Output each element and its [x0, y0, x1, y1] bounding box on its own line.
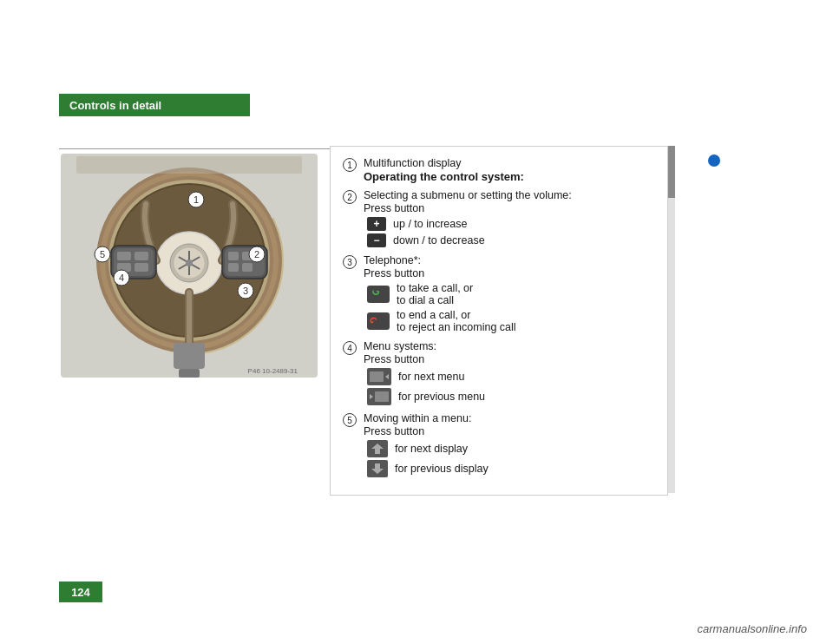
circle-3: 3 — [343, 255, 357, 269]
phone-call-icon — [367, 286, 390, 303]
svg-rect-45 — [375, 391, 389, 402]
minus-icon-text: down / to decrease — [393, 234, 485, 246]
section-5: 5 Moving within a menu: Press button for… — [343, 412, 655, 480]
svg-rect-42 — [370, 371, 384, 382]
svg-rect-27 — [76, 156, 302, 174]
watermark: carmanualsonline.info — [698, 622, 807, 635]
item-2-icon-plus: + up / to increase — [367, 217, 655, 231]
item-1-label: Multifunction display — [364, 157, 655, 169]
prev-display-text: for previous display — [395, 463, 489, 475]
phone-end-icon — [367, 312, 390, 330]
section-header: Controls in detail — [59, 94, 250, 116]
circle-4: 4 — [343, 341, 357, 355]
header-title: Controls in detail — [69, 99, 161, 112]
circle-1: 1 — [343, 158, 357, 172]
section-2: 2 Selecting a submenu or setting the vol… — [343, 189, 655, 250]
steering-wheel-image: 1 2 3 4 5 P46 10-2489-31 — [59, 152, 319, 386]
item-3-icon-end: to end a call, orto reject an incoming c… — [367, 309, 655, 333]
section-1: 1 Multifunction display Operating the co… — [343, 157, 655, 185]
item-2-icon-minus: − down / to decrease — [367, 233, 655, 247]
scrollbar[interactable] — [668, 146, 675, 493]
minus-button-icon: − — [367, 233, 386, 247]
item-4-label: Menu systems: — [364, 340, 655, 352]
plus-button-icon: + — [367, 217, 386, 231]
next-menu-icon — [367, 368, 391, 385]
next-display-text: for next display — [395, 443, 468, 455]
section-5-content: Moving within a menu: Press button for n… — [364, 412, 655, 480]
item-4-icon-next: for next menu — [367, 368, 655, 385]
section-2-content: Selecting a submenu or setting the volum… — [364, 189, 655, 250]
item-3-press: Press button — [364, 267, 655, 279]
next-menu-text: for next menu — [398, 371, 464, 383]
item-5-press: Press button — [364, 425, 655, 437]
watermark-text: carmanualsonline.info — [698, 622, 807, 635]
svg-rect-18 — [134, 263, 148, 272]
section-3: 3 Telephone*: Press button to take a cal… — [343, 254, 655, 336]
prev-menu-text: for previous menu — [398, 391, 485, 403]
end-icon-text: to end a call, orto reject an incoming c… — [397, 309, 516, 333]
svg-rect-26 — [179, 369, 200, 378]
blue-dot-indicator — [708, 154, 720, 167]
item-5-icon-next: for next display — [367, 440, 655, 457]
item-3-icon-call: to take a call, orto dial a call — [367, 282, 655, 306]
scroll-thumb[interactable] — [668, 146, 675, 198]
svg-rect-24 — [242, 263, 253, 272]
next-display-icon — [367, 440, 388, 457]
item-5-icon-prev: for previous display — [367, 460, 655, 477]
svg-rect-23 — [228, 263, 239, 272]
svg-text:4: 4 — [119, 273, 124, 283]
svg-rect-16 — [134, 252, 148, 260]
item-2-press: Press button — [364, 202, 655, 214]
item-3-label: Telephone*: — [364, 254, 655, 266]
item-5-label: Moving within a menu: — [364, 412, 655, 424]
section-1-content: Multifunction display Operating the cont… — [364, 157, 655, 185]
item-4-press: Press button — [364, 353, 655, 365]
item-2-label: Selecting a submenu or setting the volum… — [364, 189, 655, 201]
svg-text:1: 1 — [193, 194, 199, 205]
item-4-icon-prev: for previous menu — [367, 388, 655, 405]
content-panel: 1 Multifunction display Operating the co… — [330, 146, 668, 496]
circle-5: 5 — [343, 413, 357, 427]
section-4: 4 Menu systems: Press button for next me… — [343, 340, 655, 408]
page-number-text: 124 — [71, 586, 90, 599]
svg-text:5: 5 — [100, 249, 105, 260]
svg-rect-25 — [174, 343, 205, 369]
svg-text:2: 2 — [254, 249, 259, 260]
svg-text:3: 3 — [243, 286, 248, 296]
section-3-content: Telephone*: Press button to take a call,… — [364, 254, 655, 336]
section-4-content: Menu systems: Press button for next menu… — [364, 340, 655, 408]
item-1-subtitle: Operating the control system: — [364, 170, 655, 183]
svg-text:P46 10-2489-31: P46 10-2489-31 — [248, 367, 298, 375]
circle-2: 2 — [343, 190, 357, 204]
prev-display-icon — [367, 460, 388, 477]
call-icon-text: to take a call, orto dial a call — [397, 282, 473, 306]
plus-icon-text: up / to increase — [393, 218, 467, 230]
svg-point-12 — [186, 260, 193, 266]
svg-rect-21 — [228, 252, 239, 260]
prev-menu-icon — [367, 388, 391, 405]
svg-rect-15 — [117, 252, 131, 260]
page-number: 124 — [59, 582, 102, 602]
